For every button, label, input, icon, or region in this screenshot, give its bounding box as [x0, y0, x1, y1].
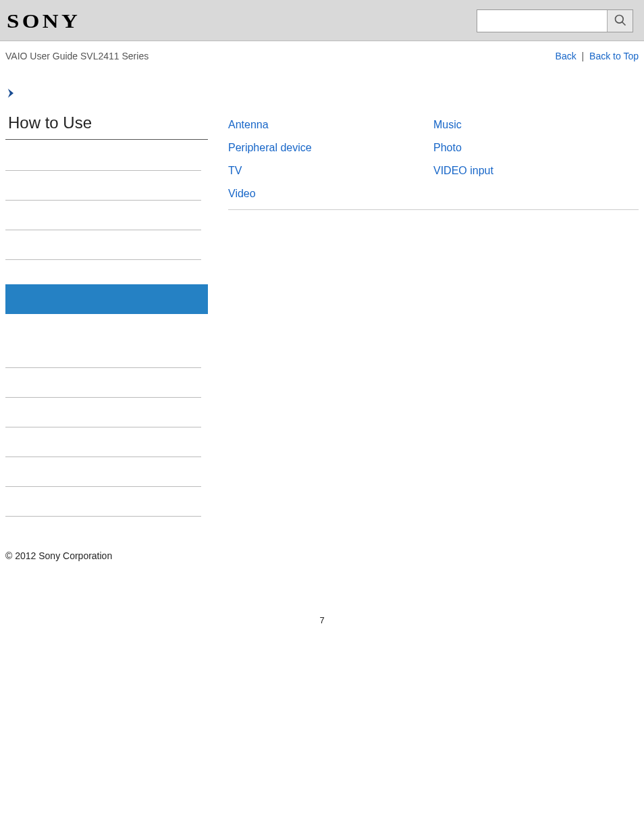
back-link[interactable]: Back	[556, 51, 576, 61]
link-video-input[interactable]: VIDEO input	[433, 159, 639, 182]
link-tv[interactable]: TV	[228, 159, 433, 182]
search-input[interactable]	[477, 10, 607, 32]
content: How to Use Antenna Peripheral device TV …	[0, 109, 644, 530]
link-video[interactable]: Video	[228, 182, 433, 205]
sidebar-item[interactable]	[5, 201, 201, 230]
link-music[interactable]: Music	[433, 113, 639, 136]
sidebar-item[interactable]	[5, 427, 201, 457]
sidebar-item[interactable]	[5, 487, 201, 517]
link-column-1: Antenna Peripheral device TV Video	[228, 113, 433, 205]
link-antenna[interactable]: Antenna	[228, 113, 433, 136]
svg-line-1	[622, 22, 625, 25]
guide-title: VAIO User Guide SVL2411 Series	[5, 51, 149, 61]
sidebar-title: How to Use	[5, 109, 208, 140]
svg-point-0	[615, 15, 623, 23]
sidebar-item[interactable]	[5, 338, 201, 368]
sidebar-item[interactable]	[5, 368, 201, 398]
back-to-top-link[interactable]: Back to Top	[589, 51, 639, 61]
search-box	[477, 9, 633, 32]
divider	[228, 209, 639, 210]
sidebar-item[interactable]	[5, 141, 201, 171]
sidebar-item[interactable]	[5, 398, 201, 427]
sidebar-item[interactable]	[5, 457, 201, 487]
sidebar: How to Use	[5, 109, 208, 517]
link-peripheral-device[interactable]: Peripheral device	[228, 136, 433, 159]
separator: |	[582, 51, 585, 61]
sony-logo: SONY	[7, 9, 80, 32]
search-button[interactable]	[607, 10, 633, 32]
chevron-right-icon	[5, 87, 644, 101]
subheader: VAIO User Guide SVL2411 Series Back | Ba…	[0, 41, 644, 68]
sidebar-item-active[interactable]	[5, 284, 208, 314]
link-photo[interactable]: Photo	[433, 136, 639, 159]
footer: © 2012 Sony Corporation	[0, 530, 644, 588]
sidebar-item[interactable]	[5, 171, 201, 201]
link-column-2: Music Photo VIDEO input	[433, 113, 639, 205]
page-number: 7	[0, 588, 644, 639]
main: Antenna Peripheral device TV Video Music…	[228, 109, 639, 517]
search-icon	[614, 14, 627, 29]
sidebar-item[interactable]	[5, 230, 201, 260]
nav-links: Back | Back to Top	[556, 51, 639, 61]
copyright: © 2012 Sony Corporation	[5, 550, 112, 561]
header: SONY	[0, 0, 644, 41]
